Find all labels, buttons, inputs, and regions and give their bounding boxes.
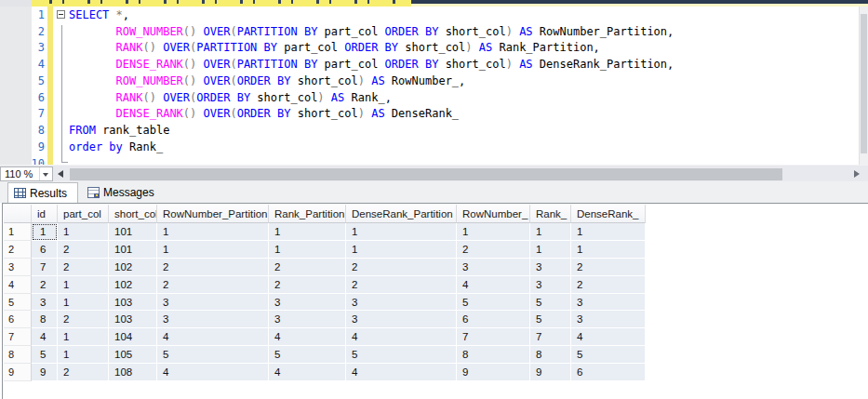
grid-cell[interactable]: 1 bbox=[58, 346, 109, 364]
horizontal-scrollbar-thumb[interactable] bbox=[70, 168, 782, 180]
grid-cell[interactable]: 1 bbox=[269, 223, 346, 241]
sql-editor[interactable]: 1SELECT *,2 ROW_NUMBER() OVER(PARTITION … bbox=[0, 7, 868, 165]
grid-cell[interactable]: 101 bbox=[109, 223, 157, 241]
tab-messages[interactable]: Messages bbox=[82, 182, 160, 203]
grid-cell[interactable]: 5 bbox=[269, 346, 346, 364]
code-line-5[interactable]: 5 ROW_NUMBER() OVER(ORDER BY short_col) … bbox=[0, 73, 868, 89]
row-header[interactable]: 5 bbox=[4, 294, 32, 312]
code-line-10[interactable]: 10 bbox=[0, 155, 868, 165]
grid-cell[interactable]: 3 bbox=[530, 276, 571, 294]
grid-cell[interactable]: 3 bbox=[157, 311, 269, 328]
grid-cell[interactable]: 3 bbox=[571, 294, 646, 312]
grid-cell[interactable]: 1 bbox=[157, 241, 269, 259]
code-line-6[interactable]: 6 RANK() OVER(ORDER BY short_col) AS Ran… bbox=[0, 89, 868, 106]
scroll-right-arrow-icon[interactable] bbox=[850, 166, 864, 181]
grid-cell[interactable]: 9 bbox=[32, 364, 58, 381]
column-header-RowNumber_[interactable]: RowNumber_ bbox=[457, 205, 530, 223]
grid-cell[interactable]: 2 bbox=[157, 276, 269, 294]
column-header-DenseRank_[interactable]: DenseRank_ bbox=[571, 205, 646, 223]
grid-cell[interactable]: 1 bbox=[32, 223, 58, 241]
grid-cell[interactable]: 3 bbox=[346, 311, 457, 328]
grid-cell[interactable]: 3 bbox=[530, 259, 571, 276]
editor-vertical-scrollbar[interactable] bbox=[859, 7, 868, 165]
grid-cell[interactable]: 103 bbox=[109, 294, 157, 312]
grid-cell[interactable]: 5 bbox=[157, 346, 269, 364]
grid-cell[interactable]: 2 bbox=[571, 276, 646, 294]
grid-cell[interactable]: 2 bbox=[457, 241, 530, 259]
grid-cell[interactable]: 2 bbox=[32, 276, 58, 294]
grid-cell[interactable]: 1 bbox=[269, 241, 346, 259]
zoom-dropdown-arrow-icon[interactable] bbox=[39, 167, 52, 180]
code-area[interactable]: 1SELECT *,2 ROW_NUMBER() OVER(PARTITION … bbox=[0, 7, 868, 165]
grid-cell[interactable]: 1 bbox=[58, 223, 109, 241]
grid-cell[interactable]: 2 bbox=[58, 364, 109, 381]
column-header-id[interactable]: id bbox=[32, 205, 58, 223]
grid-cell[interactable]: 4 bbox=[32, 328, 58, 346]
grid-cell[interactable]: 6 bbox=[32, 241, 58, 259]
code-line-8[interactable]: 8FROM rank_table bbox=[0, 122, 868, 139]
grid-cell[interactable]: 3 bbox=[346, 294, 457, 312]
grid-cell[interactable]: 3 bbox=[571, 311, 646, 328]
code-line-1[interactable]: 1SELECT *, bbox=[0, 7, 868, 23]
grid-cell[interactable]: 1 bbox=[571, 223, 646, 241]
grid-cell[interactable]: 2 bbox=[571, 259, 646, 276]
grid-cell[interactable]: 2 bbox=[58, 259, 109, 276]
grid-cell[interactable]: 2 bbox=[269, 276, 346, 294]
grid-cell[interactable]: 1 bbox=[58, 328, 109, 346]
grid-cell[interactable]: 5 bbox=[457, 294, 530, 312]
grid-corner-cell[interactable] bbox=[4, 205, 32, 223]
grid-cell[interactable]: 7 bbox=[530, 328, 571, 346]
grid-cell[interactable]: 3 bbox=[269, 294, 346, 312]
grid-cell[interactable]: 4 bbox=[269, 328, 346, 346]
grid-cell[interactable]: 5 bbox=[530, 294, 571, 312]
grid-cell[interactable]: 9 bbox=[457, 364, 530, 381]
grid-cell[interactable]: 3 bbox=[269, 311, 346, 328]
grid-cell[interactable]: 5 bbox=[346, 346, 457, 364]
grid-cell[interactable]: 8 bbox=[457, 346, 530, 364]
row-header[interactable]: 8 bbox=[4, 346, 32, 364]
row-header[interactable]: 7 bbox=[4, 328, 32, 346]
grid-cell[interactable]: 2 bbox=[58, 241, 109, 259]
column-header-Rank_Partition[interactable]: Rank_Partition bbox=[269, 205, 346, 223]
grid-cell[interactable]: 1 bbox=[530, 223, 571, 241]
vertical-scrollbar-thumb[interactable] bbox=[861, 14, 867, 153]
grid-cell[interactable]: 4 bbox=[157, 328, 269, 346]
zoom-level-combo[interactable]: 110 % bbox=[0, 166, 53, 181]
column-header-short_col[interactable]: short_col bbox=[109, 205, 157, 223]
code-line-3[interactable]: 3 RANK() OVER(PARTITION BY part_col ORDE… bbox=[0, 40, 868, 57]
grid-cell[interactable]: 2 bbox=[58, 311, 109, 328]
grid-cell[interactable]: 4 bbox=[571, 328, 646, 346]
grid-cell[interactable]: 1 bbox=[58, 294, 109, 312]
column-header-Rank_[interactable]: Rank_ bbox=[530, 205, 571, 223]
grid-cell[interactable]: 1 bbox=[346, 223, 457, 241]
scroll-left-arrow-icon[interactable] bbox=[54, 166, 68, 181]
grid-cell[interactable]: 7 bbox=[32, 259, 58, 276]
grid-cell[interactable]: 4 bbox=[457, 276, 530, 294]
grid-cell[interactable]: 7 bbox=[457, 328, 530, 346]
code-line-9[interactable]: 9order by Rank_ bbox=[0, 139, 868, 155]
grid-cell[interactable]: 8 bbox=[32, 311, 58, 328]
grid-cell[interactable]: 103 bbox=[109, 311, 157, 328]
grid-cell[interactable]: 4 bbox=[157, 364, 269, 381]
grid-cell[interactable]: 3 bbox=[457, 259, 530, 276]
row-header[interactable]: 9 bbox=[4, 364, 32, 381]
grid-cell[interactable]: 5 bbox=[530, 311, 571, 328]
grid-cell[interactable]: 108 bbox=[109, 364, 157, 381]
grid-cell[interactable]: 6 bbox=[457, 311, 530, 328]
grid-cell[interactable]: 4 bbox=[346, 328, 457, 346]
collapse-minus-icon[interactable] bbox=[57, 10, 65, 19]
grid-cell[interactable]: 104 bbox=[109, 328, 157, 346]
column-header-RowNumber_Partition[interactable]: RowNumber_Partition bbox=[157, 205, 269, 223]
grid-cell[interactable]: 101 bbox=[109, 241, 157, 259]
row-header[interactable]: 3 bbox=[4, 259, 32, 276]
code-line-4[interactable]: 4 DENSE_RANK() OVER(PARTITION BY part_co… bbox=[0, 56, 868, 73]
row-header[interactable]: 1 bbox=[4, 223, 32, 241]
grid-cell[interactable]: 9 bbox=[530, 364, 571, 381]
code-line-7[interactable]: 7 DENSE_RANK() OVER(ORDER BY short_col) … bbox=[0, 106, 868, 123]
grid-cell[interactable]: 102 bbox=[109, 276, 157, 294]
grid-cell[interactable]: 1 bbox=[58, 276, 109, 294]
tab-results[interactable]: Results bbox=[7, 182, 78, 203]
grid-cell[interactable]: 102 bbox=[109, 259, 157, 276]
grid-cell[interactable]: 3 bbox=[157, 294, 269, 312]
grid-cell[interactable]: 5 bbox=[32, 346, 58, 364]
